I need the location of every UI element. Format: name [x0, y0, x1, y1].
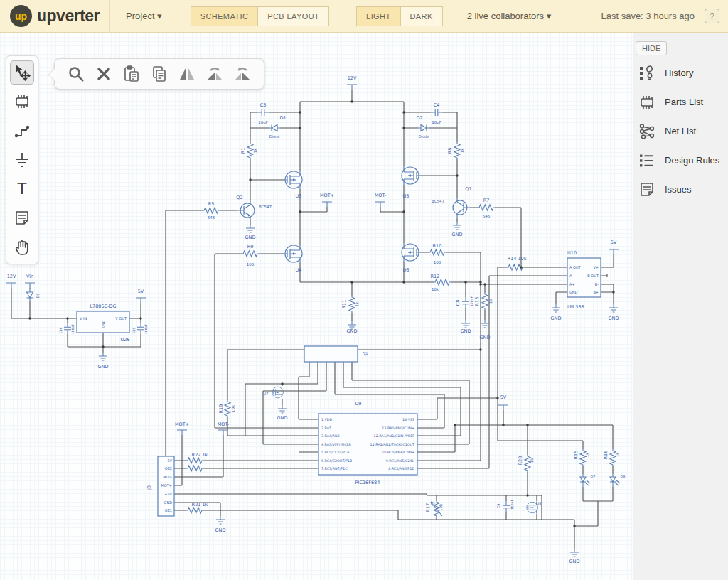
svg-text:A OUT: A OUT	[569, 265, 582, 269]
upverter-logo[interactable]: up upverter	[0, 0, 109, 32]
svg-text:12V: 12V	[7, 274, 16, 279]
add-part-tool[interactable]	[10, 90, 34, 114]
flip-horizontal-tool[interactable]	[176, 63, 198, 85]
svg-text:BC547: BC547	[432, 199, 445, 203]
svg-text:R15: R15	[573, 451, 579, 460]
svg-text:BC547: BC547	[259, 205, 272, 209]
svg-text:7.RC3/AN7/P1C: 7.RC3/AN7/P1C	[321, 467, 348, 471]
svg-text:100nF: 100nF	[510, 500, 514, 510]
svg-text:C9: C9	[496, 504, 500, 509]
theme-toggle: LIGHT DARK	[356, 6, 443, 26]
svg-text:1k: 1k	[355, 301, 359, 306]
history-icon	[638, 64, 656, 82]
svg-text:11.RA2/AN2/T0CKI/C1OUT: 11.RA2/AN2/T0CKI/C1OUT	[370, 443, 414, 446]
svg-text:R9: R9	[247, 244, 254, 249]
view-tabs: SCHEMATIC PCB LAYOUT	[191, 6, 329, 26]
svg-text:GND: GND	[102, 320, 105, 328]
svg-text:U9: U9	[355, 401, 362, 407]
svg-text:LM 358: LM 358	[567, 304, 584, 310]
collaborators-menu[interactable]: 2 live collaborators ▾	[467, 11, 552, 21]
app-header: up upverter Project ▾ SCHEMATIC PCB LAYO…	[0, 0, 728, 33]
select-move-tool[interactable]	[10, 60, 34, 85]
hide-panel-button[interactable]: HIDE	[636, 41, 667, 55]
svg-text:T: T	[17, 181, 27, 198]
component-symbols	[0, 33, 620, 557]
svg-text:U8: U8	[537, 501, 542, 505]
net-icon	[13, 122, 31, 140]
add-text-tool[interactable]: T	[10, 177, 34, 201]
svg-text:R13: R13	[474, 297, 480, 306]
sidebar-item-label: Parts List	[665, 97, 703, 107]
tab-schematic[interactable]: SCHEMATIC	[191, 6, 259, 26]
copy-tool[interactable]	[148, 63, 171, 85]
sidebar-item-net-list[interactable]: Net List	[633, 117, 728, 146]
svg-text:GND: GND	[215, 527, 226, 533]
tab-pcb-layout[interactable]: PCB LAYOUT	[258, 6, 329, 26]
svg-text:R22 1k: R22 1k	[192, 452, 208, 458]
help-button[interactable]: ?	[705, 9, 719, 23]
svg-text:V+: V+	[593, 265, 599, 269]
svg-text:4.RA3/VPP/!MCLR: 4.RA3/VPP/!MCLR	[321, 443, 351, 446]
svg-text:R8: R8	[447, 148, 453, 154]
schematic-canvas[interactable]: 12VMOT+MOT-C510uFD1DiodeC410uFD2DiodeR11…	[0, 33, 728, 580]
svg-text:U3: U3	[296, 193, 302, 199]
sidebar-item-parts-list[interactable]: Parts List	[633, 87, 728, 117]
pan-tool[interactable]	[10, 235, 34, 259]
rotate-cw-tool[interactable]	[203, 63, 226, 85]
svg-text:GND: GND	[569, 290, 578, 294]
svg-text:D1: D1	[279, 115, 286, 121]
svg-text:+5V: +5V	[164, 492, 172, 496]
ground-icon	[13, 151, 31, 169]
upverter-logo-icon: up	[10, 5, 32, 27]
svg-text:100: 100	[434, 260, 441, 264]
note-icon	[13, 209, 31, 227]
zoom-tool[interactable]	[65, 63, 87, 85]
svg-text:10k: 10k	[439, 503, 443, 511]
svg-text:A+: A+	[569, 282, 575, 286]
theme-dark-button[interactable]: DARK	[401, 6, 443, 26]
rotate-ccw-tool[interactable]	[231, 63, 254, 85]
sidebar-item-history[interactable]: History	[633, 58, 728, 87]
magnifier-icon	[66, 64, 86, 84]
svg-text:Diode: Diode	[269, 134, 280, 139]
svg-text:546: 546	[483, 214, 491, 218]
svg-text:U10: U10	[567, 250, 577, 256]
sidebar-item-label: Design Rules	[665, 155, 719, 166]
svg-text:GND: GND	[452, 232, 463, 237]
delete-tool[interactable]	[92, 63, 115, 85]
add-note-tool[interactable]	[10, 206, 34, 230]
ic-boxes	[77, 258, 601, 516]
theme-light-button[interactable]: LIGHT	[356, 6, 400, 26]
svg-text:546: 546	[208, 215, 215, 220]
svg-text:12.RA1/AN1/C1IN-/VREF: 12.RA1/AN1/C1IN-/VREF	[374, 434, 415, 438]
sidebar-item-design-rules[interactable]: Design Rules	[633, 146, 728, 175]
add-net-tool[interactable]	[10, 119, 34, 143]
svg-text:3.RA4/AN3: 3.RA4/AN3	[321, 434, 340, 438]
svg-text:13.RA0/AN0/C1IN+: 13.RA0/AN0/C1IN+	[382, 426, 414, 430]
schematic-drawing: 12VMOT+MOT-C510uFD1DiodeC410uFD2DiodeR11…	[0, 33, 728, 580]
svg-text:MOT-: MOT-	[218, 421, 230, 427]
svg-text:100: 100	[247, 262, 255, 267]
svg-text:5V: 5V	[138, 289, 144, 294]
svg-text:9.RC1/AN5/C2IN-: 9.RC1/AN5/C2IN-	[386, 459, 415, 463]
svg-text:GND: GND	[461, 328, 471, 334]
svg-text:OE1: OE1	[165, 508, 172, 512]
add-ground-tool[interactable]	[10, 148, 34, 172]
copy-icon	[149, 64, 169, 84]
svg-text:C5: C5	[260, 102, 267, 108]
project-menu[interactable]: Project ▾	[126, 11, 162, 21]
svg-text:PIC16F684: PIC16F684	[355, 480, 380, 485]
svg-text:10.RC0/AN4/C2IN+: 10.RC0/AN4/C2IN+	[382, 451, 414, 454]
svg-text:MOT+: MOT+	[320, 193, 334, 198]
sidebar-item-issues[interactable]: Issues	[633, 175, 728, 204]
net-list-icon	[638, 122, 656, 141]
svg-text:100nF: 100nF	[470, 296, 473, 306]
paste-tool[interactable]	[120, 63, 143, 85]
delete-x-icon	[94, 64, 114, 84]
svg-text:C19: C19	[132, 327, 136, 333]
svg-text:100nF: 100nF	[144, 324, 148, 334]
last-save-status: Last save: 3 hours ago	[601, 11, 695, 21]
svg-text:12V: 12V	[348, 75, 357, 81]
svg-text:D6: D6	[36, 293, 40, 298]
svg-text:V OUT: V OUT	[115, 316, 127, 321]
